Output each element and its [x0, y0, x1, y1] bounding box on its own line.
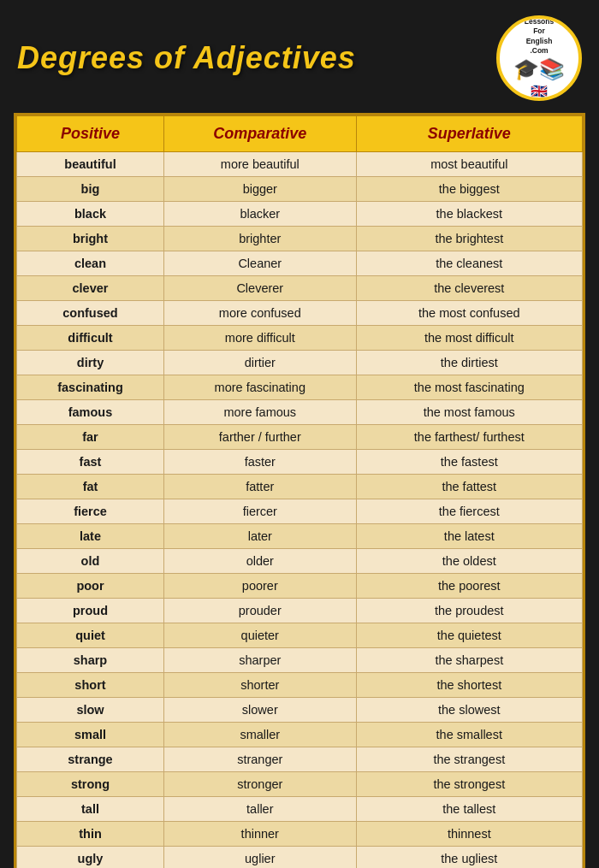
cell-positive: poor [17, 574, 164, 599]
table-row: talltallerthe tallest [17, 797, 583, 822]
cell-superlative: the strongest [356, 772, 582, 797]
cell-superlative: the quietest [356, 623, 582, 648]
table-row: smallsmallerthe smallest [17, 723, 583, 747]
table-row: fiercefiercerthe fiercest [17, 499, 583, 524]
cell-comparative: thinner [163, 822, 356, 847]
cell-positive: late [17, 524, 164, 549]
table-row: bigbiggerthe biggest [17, 177, 583, 202]
logo-flag-icon: 🇬🇧 [531, 83, 548, 99]
table-row: latelaterthe latest [17, 524, 583, 549]
cell-positive: thin [17, 822, 164, 847]
cell-comparative: dirtier [163, 351, 356, 375]
cell-superlative: most beautiful [356, 152, 582, 177]
cell-superlative: the shortest [356, 673, 582, 698]
cell-positive: small [17, 723, 164, 747]
cell-positive: fat [17, 475, 164, 499]
cell-positive: beautiful [17, 152, 164, 177]
cell-comparative: more confused [163, 301, 356, 326]
cell-superlative: the tallest [356, 797, 582, 822]
cell-comparative: shorter [163, 673, 356, 698]
cell-superlative: the proudest [356, 599, 582, 623]
cell-superlative: the fattest [356, 475, 582, 499]
table-row: fascinatingmore fascinatingthe most fasc… [17, 375, 583, 400]
cell-superlative: the cleverest [356, 276, 582, 301]
cell-superlative: the strangest [356, 747, 582, 772]
cell-positive: big [17, 177, 164, 202]
table-row: slowslowerthe slowest [17, 698, 583, 723]
table-row: thinthinnerthinnest [17, 822, 583, 847]
table-row: quietquieterthe quietest [17, 623, 583, 648]
adjectives-table-container: Positive Comparative Superlative beautif… [14, 113, 585, 868]
cell-positive: strong [17, 772, 164, 797]
cell-comparative: blacker [163, 202, 356, 227]
col-header-superlative: Superlative [356, 116, 582, 152]
table-row: brightbrighterthe brightest [17, 227, 583, 251]
table-row: cleanCleanerthe cleanest [17, 251, 583, 276]
cell-comparative: prouder [163, 599, 356, 623]
logo-books-icon: 🎓📚 [513, 57, 565, 81]
cell-comparative: more beautiful [163, 152, 356, 177]
cell-superlative: the most famous [356, 400, 582, 425]
cell-positive: fascinating [17, 375, 164, 400]
cell-comparative: bigger [163, 177, 356, 202]
cell-positive: fast [17, 450, 164, 475]
cell-positive: old [17, 549, 164, 574]
cell-comparative: taller [163, 797, 356, 822]
cell-superlative: the slowest [356, 698, 582, 723]
table-row: famousmore famousthe most famous [17, 400, 583, 425]
cell-positive: sharp [17, 648, 164, 673]
logo-text: LessonsForEnglish.Com [525, 17, 555, 55]
cell-comparative: Cleaner [163, 251, 356, 276]
cell-superlative: thinnest [356, 822, 582, 847]
cell-superlative: the most fascinating [356, 375, 582, 400]
cell-superlative: the fastest [356, 450, 582, 475]
cell-comparative: quieter [163, 623, 356, 648]
page-wrapper: Degrees of Adjectives LessonsForEnglish.… [0, 0, 599, 868]
cell-comparative: more difficult [163, 326, 356, 351]
adjectives-table: Positive Comparative Superlative beautif… [16, 115, 583, 868]
cell-superlative: the biggest [356, 177, 582, 202]
cell-superlative: the cleanest [356, 251, 582, 276]
table-header-row: Positive Comparative Superlative [17, 116, 583, 152]
cell-superlative: the brightest [356, 227, 582, 251]
cell-comparative: more famous [163, 400, 356, 425]
table-row: proudprouderthe proudest [17, 599, 583, 623]
cell-comparative: smaller [163, 723, 356, 747]
table-row: shortshorterthe shortest [17, 673, 583, 698]
cell-positive: fierce [17, 499, 164, 524]
table-row: uglyuglierthe ugliest [17, 847, 583, 869]
cell-comparative: brighter [163, 227, 356, 251]
table-row: beautifulmore beautifulmost beautiful [17, 152, 583, 177]
cell-superlative: the poorest [356, 574, 582, 599]
table-row: poorpoorerthe poorest [17, 574, 583, 599]
table-row: difficultmore difficultthe most difficul… [17, 326, 583, 351]
table-row: dirtydirtierthe dirtiest [17, 351, 583, 375]
cell-positive: clever [17, 276, 164, 301]
cell-comparative: uglier [163, 847, 356, 869]
cell-positive: far [17, 425, 164, 450]
table-row: confusedmore confusedthe most confused [17, 301, 583, 326]
cell-comparative: stranger [163, 747, 356, 772]
table-row: sharpsharperthe sharpest [17, 648, 583, 673]
cell-superlative: the latest [356, 524, 582, 549]
cell-positive: confused [17, 301, 164, 326]
cell-positive: tall [17, 797, 164, 822]
logo: LessonsForEnglish.Com 🎓📚 🇬🇧 [496, 15, 582, 101]
cell-positive: difficult [17, 326, 164, 351]
cell-comparative: Cleverer [163, 276, 356, 301]
cell-superlative: the fiercest [356, 499, 582, 524]
cell-comparative: more fascinating [163, 375, 356, 400]
table-row: strongstrongerthe strongest [17, 772, 583, 797]
cell-comparative: sharper [163, 648, 356, 673]
table-row: strangestrangerthe strangest [17, 747, 583, 772]
page-title: Degrees of Adjectives [17, 40, 356, 76]
cell-positive: quiet [17, 623, 164, 648]
cell-positive: bright [17, 227, 164, 251]
cell-comparative: fatter [163, 475, 356, 499]
cell-superlative: the farthest/ furthest [356, 425, 582, 450]
header: Degrees of Adjectives LessonsForEnglish.… [0, 0, 599, 113]
cell-comparative: fiercer [163, 499, 356, 524]
cell-comparative: faster [163, 450, 356, 475]
cell-comparative: later [163, 524, 356, 549]
cell-superlative: the oldest [356, 549, 582, 574]
